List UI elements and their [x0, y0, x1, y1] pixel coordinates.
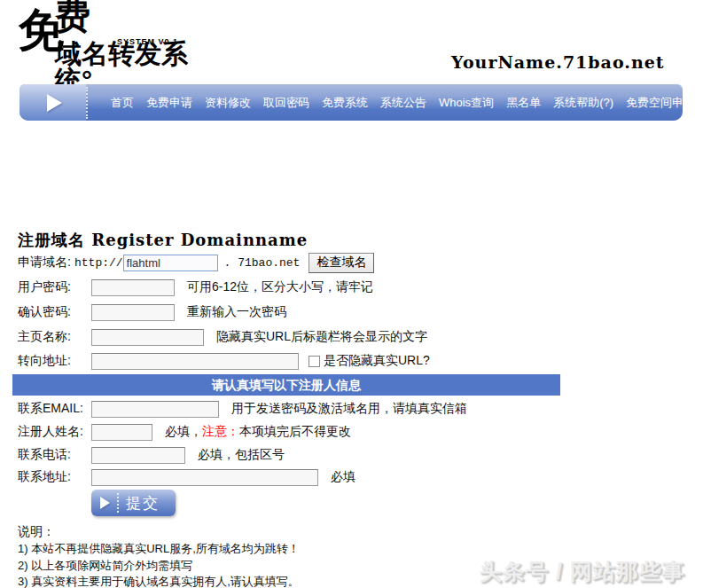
submit-play-icon [100, 497, 110, 509]
page-title: 注册域名 Register Domainname [18, 230, 308, 251]
hint-warning: 注意： [202, 424, 239, 438]
notes-heading: 说明： [18, 524, 55, 540]
logo-char-fei: 费 [55, 0, 90, 34]
nav-item-free-system[interactable]: 免费系统 [322, 95, 368, 111]
form-row-registrant-name: 注册人姓名: 必填，注意：本项填完后不得更改 [18, 423, 351, 441]
homepage-name-hint: 隐藏真实URL后标题栏将会显示的文字 [216, 329, 427, 345]
phone-input[interactable] [91, 447, 185, 464]
redirect-url-label: 转向地址: [18, 353, 91, 369]
redirect-url-input[interactable] [91, 353, 299, 370]
note-line-2: 2) 以上各项除网站简介外均需填写 [18, 558, 192, 574]
registrant-name-input[interactable] [91, 424, 152, 441]
phone-hint: 必填，包括区号 [198, 447, 285, 463]
nav-item-home[interactable]: 首页 [111, 95, 134, 111]
nav-item-help[interactable]: 系统帮助(?) [553, 95, 613, 111]
note-line-1: 1) 本站不再提供隐藏真实URL服务,所有域名均为跳转！ [18, 541, 300, 557]
domain-input[interactable] [123, 255, 218, 271]
nav-dotted-divider [86, 87, 88, 119]
nav-item-free-apply[interactable]: 免费申请 [146, 95, 192, 111]
form-row-redirect-url: 转向地址: 是否隐藏真实URL? [18, 352, 430, 370]
nav-item-edit-profile[interactable]: 资料修改 [205, 95, 251, 111]
domain-label: 申请域名: [18, 255, 74, 270]
submit-button-label: 提交 [126, 493, 160, 514]
main-navbar: 首页 免费申请 资料修改 取回密码 免费系统 系统公告 Whois查询 黑名单 … [20, 84, 683, 121]
nav-item-retrieve-password[interactable]: 取回密码 [263, 95, 309, 111]
registrant-name-label: 注册人姓名: [18, 424, 91, 440]
phone-label: 联系电话: [18, 447, 91, 463]
address-hint: 必填 [331, 469, 355, 485]
password-input[interactable] [91, 279, 175, 296]
confirm-password-hint: 重新输入一次密码 [187, 304, 286, 320]
site-logo: 免 费 SYSTEM V0.1 域名转发系统° [9, 0, 222, 78]
form-row-password: 用户密码: 可用6-12位，区分大小写，请牢记 [18, 278, 373, 296]
form-row-homepage-name: 主页名称: 隐藏真实URL后标题栏将会显示的文字 [18, 328, 427, 346]
hint-post: 本项填完后不得更改 [239, 424, 351, 438]
email-label: 联系EMAIL: [18, 401, 91, 417]
registrant-name-hint: 必填，注意：本项填完后不得更改 [165, 424, 351, 440]
email-input[interactable] [91, 401, 219, 418]
registrant-info-banner: 请认真填写以下注册人信息 [12, 374, 560, 396]
confirm-password-label: 确认密码: [18, 304, 91, 320]
nav-item-whois[interactable]: Whois查询 [439, 95, 494, 111]
page: 免 费 SYSTEM V0.1 域名转发系统° YourName.71bao.n… [0, 0, 703, 588]
note-line-3: 3) 真实资料主要用于确认域名真实拥有人,请认真填写。 [18, 574, 300, 588]
hide-real-url-checkbox[interactable] [309, 356, 320, 367]
form-row-confirm-password: 确认密码: 重新输入一次密码 [18, 303, 286, 321]
watermark-text: 头条号 / 网站那些事 [480, 557, 685, 586]
email-hint: 用于发送密码及激活域名用，请填真实信箱 [231, 401, 467, 417]
nav-item-announcements[interactable]: 系统公告 [380, 95, 426, 111]
user-domain-text: YourName.71bao.net [451, 52, 665, 72]
submit-dotted-divider [117, 493, 119, 513]
homepage-name-input[interactable] [91, 329, 204, 346]
nav-item-free-space[interactable]: 免费空间申请 [626, 95, 695, 111]
url-prefix: http:// [74, 256, 123, 270]
password-hint: 可用6-12位，区分大小写，请牢记 [187, 279, 373, 295]
nav-item-blacklist[interactable]: 黑名单 [506, 95, 541, 111]
form-row-phone: 联系电话: 必填，包括区号 [18, 446, 285, 464]
play-icon [47, 94, 62, 112]
nav-links: 首页 免费申请 资料修改 取回密码 免费系统 系统公告 Whois查询 黑名单 … [111, 95, 695, 111]
password-label: 用户密码: [18, 279, 91, 295]
form-row-domain: 申请域名: http:// . 71bao.net 检查域名 [18, 254, 374, 271]
submit-button[interactable]: 提交 [91, 490, 176, 516]
hint-pre: 必填， [165, 424, 202, 438]
check-domain-button[interactable]: 检查域名 [309, 253, 374, 273]
nav-play-cap [20, 84, 86, 121]
confirm-password-input[interactable] [91, 304, 175, 321]
address-label: 联系地址: [18, 469, 91, 485]
form-row-email: 联系EMAIL: 用于发送密码及激活域名用，请填真实信箱 [18, 400, 467, 418]
form-row-address: 联系地址: 必填 [18, 468, 355, 486]
homepage-name-label: 主页名称: [18, 329, 91, 345]
address-input[interactable] [91, 469, 318, 486]
hide-real-url-label: 是否隐藏真实URL? [324, 353, 430, 369]
url-suffix: . 71bao.net [224, 256, 301, 270]
